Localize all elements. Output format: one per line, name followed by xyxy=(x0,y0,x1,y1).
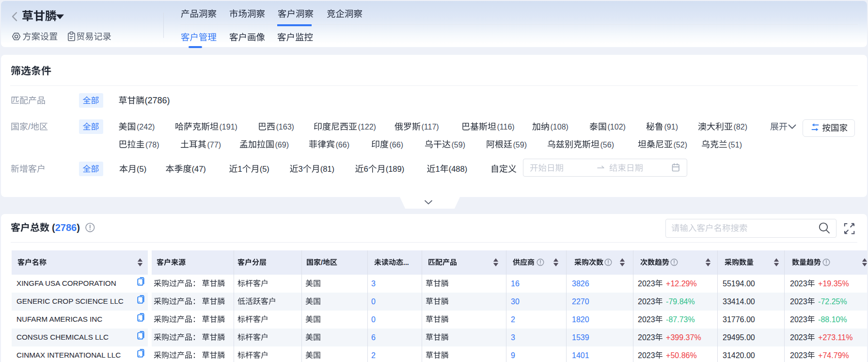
svg-text:+273.11%: +273.11% xyxy=(818,333,852,342)
svg-text:33414.00: 33414.00 xyxy=(723,297,755,306)
svg-text:NUFARM AMERICAS INC: NUFARM AMERICAS INC xyxy=(16,315,102,323)
svg-text:3: 3 xyxy=(299,165,303,173)
svg-text:(108): (108) xyxy=(551,123,568,131)
svg-text:XINGFA USA CORPORATION: XINGFA USA CORPORATION xyxy=(16,279,116,287)
svg-text:2023: 2023 xyxy=(638,280,655,288)
svg-text:1401: 1401 xyxy=(572,351,589,360)
svg-text:3826: 3826 xyxy=(572,280,589,288)
svg-text:(77): (77) xyxy=(207,141,221,149)
svg-text:2023: 2023 xyxy=(790,333,807,342)
svg-text:+12.29%: +12.29% xyxy=(666,280,697,288)
svg-text:55194.00: 55194.00 xyxy=(723,280,755,288)
svg-text:(47): (47) xyxy=(192,165,206,173)
svg-text:(117): (117) xyxy=(422,123,439,131)
svg-text:6: 6 xyxy=(364,165,368,173)
svg-text:3: 3 xyxy=(511,333,515,342)
svg-text:2023: 2023 xyxy=(790,280,807,288)
svg-text:+399.37%: +399.37% xyxy=(666,333,701,342)
svg-text:9: 9 xyxy=(511,351,515,360)
svg-text:+50.86%: +50.86% xyxy=(666,351,697,360)
svg-text:1: 1 xyxy=(436,165,440,173)
svg-text:6: 6 xyxy=(371,333,376,342)
svg-text:0: 0 xyxy=(371,315,376,324)
svg-text:+19.35%: +19.35% xyxy=(818,280,849,288)
svg-text:(91): (91) xyxy=(664,123,678,131)
svg-text:): ) xyxy=(77,222,80,233)
svg-text:-79.84%: -79.84% xyxy=(666,297,695,306)
svg-text:(66): (66) xyxy=(336,141,349,149)
svg-text:(78): (78) xyxy=(145,141,159,149)
svg-text:(5): (5) xyxy=(260,165,269,173)
svg-text:(52): (52) xyxy=(674,141,687,149)
svg-text:(116): (116) xyxy=(497,123,515,131)
svg-text:30: 30 xyxy=(511,297,520,306)
svg-text:/: / xyxy=(321,259,323,266)
svg-text:(102): (102) xyxy=(608,123,626,131)
svg-text:3: 3 xyxy=(371,280,376,288)
svg-text:2270: 2270 xyxy=(572,297,589,306)
svg-text:1539: 1539 xyxy=(572,333,589,342)
svg-text:2: 2 xyxy=(511,315,515,324)
svg-text:1: 1 xyxy=(238,165,242,173)
svg-text:-72.25%: -72.25% xyxy=(818,297,847,306)
svg-text:(191): (191) xyxy=(220,123,237,131)
svg-text:(69): (69) xyxy=(275,141,289,149)
svg-text:(122): (122) xyxy=(358,123,376,131)
svg-text:2023: 2023 xyxy=(790,297,807,306)
svg-text:31776.00: 31776.00 xyxy=(723,315,755,324)
svg-text:-88.10%: -88.10% xyxy=(818,315,847,324)
svg-text:(5): (5) xyxy=(137,165,146,173)
svg-text:2: 2 xyxy=(371,351,376,360)
svg-text:(82): (82) xyxy=(734,123,747,131)
svg-text:-87.73%: -87.73% xyxy=(666,315,695,324)
svg-text:(59): (59) xyxy=(452,141,465,149)
svg-text:2023: 2023 xyxy=(638,297,655,306)
svg-text:...: ... xyxy=(403,259,409,266)
svg-text:GENERIC CROP SCIENCE LLC: GENERIC CROP SCIENCE LLC xyxy=(16,297,124,305)
svg-text:(189): (189) xyxy=(386,165,405,173)
svg-text:2786: 2786 xyxy=(55,222,77,233)
svg-text:(56): (56) xyxy=(600,141,614,149)
svg-text:1820: 1820 xyxy=(572,315,589,324)
svg-text:0: 0 xyxy=(371,297,376,306)
svg-text:2023: 2023 xyxy=(790,351,807,360)
svg-text:2023: 2023 xyxy=(638,315,655,324)
svg-text:/: / xyxy=(28,122,31,132)
svg-text:(488): (488) xyxy=(449,165,468,173)
svg-text:+74.79%: +74.79% xyxy=(818,351,849,360)
svg-text:CONSUS CHEMICALS LLC: CONSUS CHEMICALS LLC xyxy=(16,333,109,341)
svg-text:2023: 2023 xyxy=(790,315,807,324)
svg-text:16: 16 xyxy=(511,280,520,288)
svg-text:31420.00: 31420.00 xyxy=(723,351,755,360)
svg-text:(163): (163) xyxy=(276,123,294,131)
svg-text:29495.00: 29495.00 xyxy=(723,333,755,342)
svg-text:(66): (66) xyxy=(390,141,403,149)
svg-text:CINMAX INTERNATIONAL LLC: CINMAX INTERNATIONAL LLC xyxy=(16,351,121,359)
svg-text:(81): (81) xyxy=(320,165,334,173)
svg-text:2023: 2023 xyxy=(638,333,655,342)
svg-text:(59): (59) xyxy=(513,141,527,149)
svg-text:2023: 2023 xyxy=(638,351,655,360)
svg-text:(51): (51) xyxy=(728,141,742,149)
svg-text:(2786): (2786) xyxy=(145,96,170,105)
svg-text:(242): (242) xyxy=(137,123,155,131)
